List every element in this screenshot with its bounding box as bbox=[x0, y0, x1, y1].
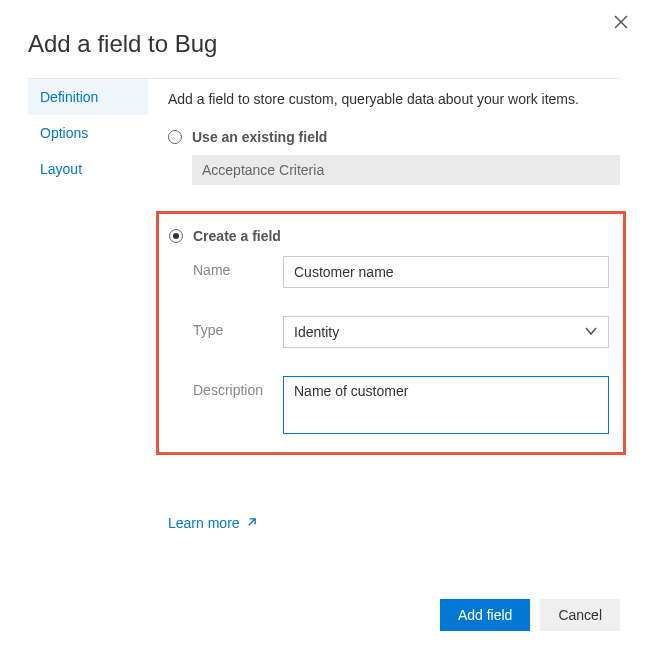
chevron-down-icon bbox=[584, 324, 598, 341]
existing-field-wrap: Acceptance Criteria bbox=[192, 155, 620, 185]
close-button[interactable] bbox=[612, 14, 630, 32]
field-name-row: Name bbox=[193, 256, 609, 288]
field-name-label: Name bbox=[193, 256, 283, 278]
radio-create[interactable] bbox=[169, 229, 183, 243]
sidebar-item-label: Definition bbox=[40, 89, 98, 105]
radio-existing[interactable] bbox=[168, 130, 182, 144]
sidebar-item-options[interactable]: Options bbox=[28, 115, 148, 151]
dialog-footer: Add field Cancel bbox=[440, 599, 620, 631]
add-field-dialog: Add a field to Bug Definition Options La… bbox=[0, 0, 648, 655]
intro-text: Add a field to store custom, queryable d… bbox=[168, 91, 620, 107]
create-field-highlight: Create a field Name Type Identity bbox=[156, 211, 626, 455]
dialog-title: Add a field to Bug bbox=[0, 0, 648, 78]
main-panel: Add a field to store custom, queryable d… bbox=[148, 79, 620, 531]
external-link-icon bbox=[246, 515, 257, 531]
radio-existing-label: Use an existing field bbox=[192, 129, 327, 145]
field-type-row: Type Identity bbox=[193, 316, 609, 348]
sidebar-item-label: Options bbox=[40, 125, 88, 141]
close-icon bbox=[614, 15, 628, 32]
cancel-button[interactable]: Cancel bbox=[540, 599, 620, 631]
field-type-label: Type bbox=[193, 316, 283, 338]
field-description-row: Description bbox=[193, 376, 609, 434]
sidebar-item-label: Layout bbox=[40, 161, 82, 177]
field-name-input[interactable] bbox=[283, 256, 609, 288]
field-type-value: Identity bbox=[294, 324, 339, 340]
sidebar: Definition Options Layout bbox=[28, 79, 148, 531]
add-field-button[interactable]: Add field bbox=[440, 599, 530, 631]
field-description-input[interactable] bbox=[283, 376, 609, 434]
radio-create-label: Create a field bbox=[193, 228, 281, 244]
learn-more-label: Learn more bbox=[168, 515, 240, 531]
option-existing-row: Use an existing field bbox=[168, 129, 620, 145]
sidebar-item-definition[interactable]: Definition bbox=[28, 79, 148, 115]
option-create-row: Create a field bbox=[169, 228, 609, 244]
field-description-label: Description bbox=[193, 376, 283, 398]
learn-more-link[interactable]: Learn more bbox=[168, 515, 257, 531]
field-type-select[interactable]: Identity bbox=[283, 316, 609, 348]
existing-field-value[interactable]: Acceptance Criteria bbox=[192, 155, 620, 185]
sidebar-item-layout[interactable]: Layout bbox=[28, 151, 148, 187]
